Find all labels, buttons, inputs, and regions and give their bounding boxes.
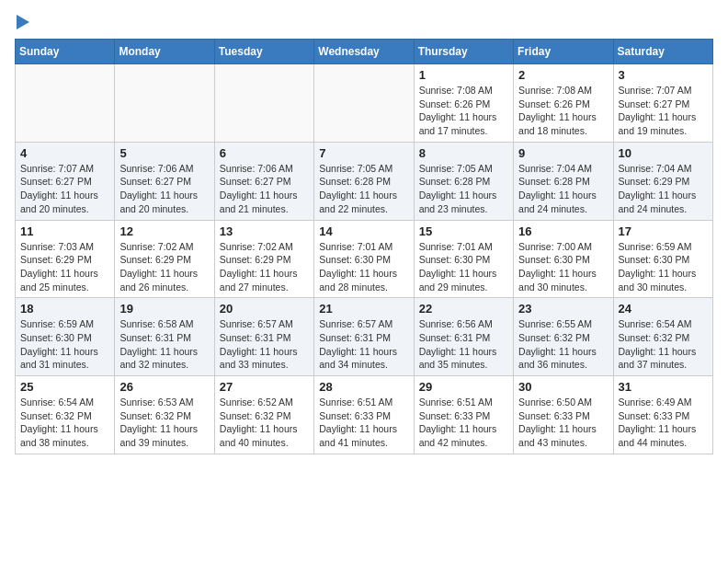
- day-info: Sunrise: 6:59 AM Sunset: 6:30 PM Dayligh…: [619, 240, 708, 294]
- calendar-cell: 7Sunrise: 7:05 AM Sunset: 6:28 PM Daylig…: [314, 142, 414, 220]
- calendar-cell: 3Sunrise: 7:07 AM Sunset: 6:27 PM Daylig…: [613, 64, 712, 143]
- day-number: 14: [319, 224, 408, 238]
- calendar-cell: 17Sunrise: 6:59 AM Sunset: 6:30 PM Dayli…: [613, 220, 712, 298]
- day-info: Sunrise: 7:00 AM Sunset: 6:30 PM Dayligh…: [518, 240, 608, 294]
- calendar-week-row: 4Sunrise: 7:07 AM Sunset: 6:27 PM Daylig…: [16, 142, 713, 220]
- day-number: 7: [319, 146, 408, 160]
- day-number: 10: [619, 146, 708, 160]
- day-info: Sunrise: 7:04 AM Sunset: 6:28 PM Dayligh…: [518, 162, 608, 216]
- day-number: 4: [20, 146, 109, 160]
- day-info: Sunrise: 7:02 AM Sunset: 6:29 PM Dayligh…: [119, 240, 209, 294]
- day-number: 20: [220, 302, 309, 316]
- calendar-cell: 28Sunrise: 6:51 AM Sunset: 6:33 PM Dayli…: [314, 376, 414, 454]
- day-of-week-header: Monday: [115, 40, 214, 64]
- calendar-cell: [314, 64, 414, 143]
- day-info: Sunrise: 6:57 AM Sunset: 6:31 PM Dayligh…: [319, 317, 408, 372]
- day-number: 11: [20, 224, 109, 238]
- day-number: 9: [518, 146, 608, 160]
- day-info: Sunrise: 7:07 AM Sunset: 6:27 PM Dayligh…: [619, 84, 708, 138]
- day-number: 19: [119, 302, 209, 316]
- day-info: Sunrise: 6:59 AM Sunset: 6:30 PM Dayligh…: [20, 317, 109, 372]
- day-info: Sunrise: 6:53 AM Sunset: 6:32 PM Dayligh…: [119, 396, 209, 450]
- day-info: Sunrise: 7:06 AM Sunset: 6:27 PM Dayligh…: [119, 162, 209, 216]
- calendar-cell: 11Sunrise: 7:03 AM Sunset: 6:29 PM Dayli…: [16, 220, 115, 298]
- day-info: Sunrise: 7:08 AM Sunset: 6:26 PM Dayligh…: [419, 84, 508, 138]
- day-info: Sunrise: 6:50 AM Sunset: 6:33 PM Dayligh…: [518, 396, 608, 450]
- day-number: 27: [220, 380, 309, 394]
- day-info: Sunrise: 6:54 AM Sunset: 6:32 PM Dayligh…: [20, 396, 109, 450]
- calendar-cell: 22Sunrise: 6:56 AM Sunset: 6:31 PM Dayli…: [414, 298, 513, 376]
- day-number: 29: [419, 380, 508, 394]
- day-info: Sunrise: 7:01 AM Sunset: 6:30 PM Dayligh…: [319, 240, 408, 294]
- day-number: 2: [518, 68, 608, 82]
- day-number: 21: [319, 302, 408, 316]
- calendar-cell: 18Sunrise: 6:59 AM Sunset: 6:30 PM Dayli…: [16, 298, 115, 376]
- day-number: 5: [119, 146, 209, 160]
- day-number: 23: [518, 302, 608, 316]
- calendar-cell: 29Sunrise: 6:51 AM Sunset: 6:33 PM Dayli…: [414, 376, 513, 454]
- day-number: 30: [518, 380, 608, 394]
- day-number: 16: [518, 224, 608, 238]
- day-of-week-header: Saturday: [613, 40, 712, 64]
- calendar-week-row: 18Sunrise: 6:59 AM Sunset: 6:30 PM Dayli…: [16, 298, 713, 376]
- calendar-cell: [115, 64, 214, 143]
- day-number: 18: [20, 302, 109, 316]
- calendar-cell: 1Sunrise: 7:08 AM Sunset: 6:26 PM Daylig…: [414, 64, 513, 143]
- day-of-week-header: Sunday: [16, 40, 115, 64]
- calendar-table: SundayMondayTuesdayWednesdayThursdayFrid…: [15, 39, 713, 454]
- calendar-cell: 26Sunrise: 6:53 AM Sunset: 6:32 PM Dayli…: [115, 376, 214, 454]
- day-info: Sunrise: 7:06 AM Sunset: 6:27 PM Dayligh…: [220, 162, 309, 216]
- calendar-week-row: 25Sunrise: 6:54 AM Sunset: 6:32 PM Dayli…: [16, 376, 713, 454]
- calendar-cell: 9Sunrise: 7:04 AM Sunset: 6:28 PM Daylig…: [514, 142, 613, 220]
- logo: [15, 15, 29, 29]
- calendar-cell: [214, 64, 313, 143]
- day-info: Sunrise: 6:54 AM Sunset: 6:32 PM Dayligh…: [619, 317, 708, 372]
- day-number: 13: [220, 224, 309, 238]
- calendar-cell: 16Sunrise: 7:00 AM Sunset: 6:30 PM Dayli…: [514, 220, 613, 298]
- calendar-cell: 30Sunrise: 6:50 AM Sunset: 6:33 PM Dayli…: [514, 376, 613, 454]
- day-info: Sunrise: 6:51 AM Sunset: 6:33 PM Dayligh…: [419, 396, 508, 450]
- day-info: Sunrise: 7:05 AM Sunset: 6:28 PM Dayligh…: [319, 162, 408, 216]
- day-info: Sunrise: 7:07 AM Sunset: 6:27 PM Dayligh…: [20, 162, 109, 216]
- day-number: 25: [20, 380, 109, 394]
- day-info: Sunrise: 6:56 AM Sunset: 6:31 PM Dayligh…: [419, 317, 508, 372]
- day-number: 17: [619, 224, 708, 238]
- calendar-cell: 20Sunrise: 6:57 AM Sunset: 6:31 PM Dayli…: [214, 298, 313, 376]
- calendar-header: SundayMondayTuesdayWednesdayThursdayFrid…: [16, 40, 713, 64]
- calendar-cell: 23Sunrise: 6:55 AM Sunset: 6:32 PM Dayli…: [514, 298, 613, 376]
- day-number: 26: [119, 380, 209, 394]
- day-info: Sunrise: 6:58 AM Sunset: 6:31 PM Dayligh…: [119, 317, 209, 372]
- day-info: Sunrise: 6:55 AM Sunset: 6:32 PM Dayligh…: [518, 317, 608, 372]
- day-info: Sunrise: 6:57 AM Sunset: 6:31 PM Dayligh…: [220, 317, 309, 372]
- day-number: 28: [319, 380, 408, 394]
- calendar-cell: 2Sunrise: 7:08 AM Sunset: 6:26 PM Daylig…: [514, 64, 613, 143]
- calendar-cell: 13Sunrise: 7:02 AM Sunset: 6:29 PM Dayli…: [214, 220, 313, 298]
- day-info: Sunrise: 6:51 AM Sunset: 6:33 PM Dayligh…: [319, 396, 408, 450]
- calendar-cell: 27Sunrise: 6:52 AM Sunset: 6:32 PM Dayli…: [214, 376, 313, 454]
- calendar-cell: 14Sunrise: 7:01 AM Sunset: 6:30 PM Dayli…: [314, 220, 414, 298]
- day-info: Sunrise: 7:01 AM Sunset: 6:30 PM Dayligh…: [419, 240, 508, 294]
- day-of-week-header: Wednesday: [314, 40, 414, 64]
- day-info: Sunrise: 6:49 AM Sunset: 6:33 PM Dayligh…: [619, 396, 708, 450]
- logo-triangle-icon: [17, 15, 29, 29]
- calendar-cell: 24Sunrise: 6:54 AM Sunset: 6:32 PM Dayli…: [613, 298, 712, 376]
- day-number: 31: [619, 380, 708, 394]
- day-number: 12: [119, 224, 209, 238]
- calendar-week-row: 11Sunrise: 7:03 AM Sunset: 6:29 PM Dayli…: [16, 220, 713, 298]
- day-number: 24: [619, 302, 708, 316]
- calendar-cell: 10Sunrise: 7:04 AM Sunset: 6:29 PM Dayli…: [613, 142, 712, 220]
- day-number: 22: [419, 302, 508, 316]
- calendar-cell: 8Sunrise: 7:05 AM Sunset: 6:28 PM Daylig…: [414, 142, 513, 220]
- calendar-cell: [16, 64, 115, 143]
- day-number: 6: [220, 146, 309, 160]
- calendar-cell: 5Sunrise: 7:06 AM Sunset: 6:27 PM Daylig…: [115, 142, 214, 220]
- day-info: Sunrise: 7:08 AM Sunset: 6:26 PM Dayligh…: [518, 84, 608, 138]
- day-number: 1: [419, 68, 508, 82]
- calendar-cell: 4Sunrise: 7:07 AM Sunset: 6:27 PM Daylig…: [16, 142, 115, 220]
- day-of-week-header: Tuesday: [214, 40, 313, 64]
- day-of-week-header: Thursday: [414, 40, 513, 64]
- calendar-body: 1Sunrise: 7:08 AM Sunset: 6:26 PM Daylig…: [16, 64, 713, 454]
- day-info: Sunrise: 6:52 AM Sunset: 6:32 PM Dayligh…: [220, 396, 309, 450]
- calendar-cell: 25Sunrise: 6:54 AM Sunset: 6:32 PM Dayli…: [16, 376, 115, 454]
- calendar-cell: 15Sunrise: 7:01 AM Sunset: 6:30 PM Dayli…: [414, 220, 513, 298]
